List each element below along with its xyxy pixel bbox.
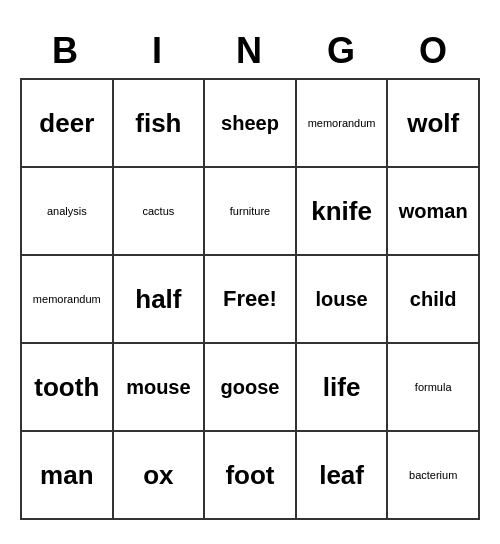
cell-text: sheep: [221, 112, 279, 135]
bingo-cell: half: [114, 256, 206, 344]
bingo-grid: deerfishsheepmemorandumwolfanalysiscactu…: [20, 78, 480, 520]
bingo-cell: knife: [297, 168, 389, 256]
cell-text: woman: [399, 200, 468, 223]
cell-text: mouse: [126, 376, 190, 399]
cell-text: man: [40, 460, 93, 491]
cell-text: fish: [135, 108, 181, 139]
bingo-header: BINGO: [20, 24, 480, 78]
bingo-cell: fish: [114, 80, 206, 168]
cell-text: memorandum: [33, 293, 101, 305]
cell-text: goose: [221, 376, 280, 399]
bingo-cell: Free!: [205, 256, 297, 344]
cell-text: louse: [315, 288, 367, 311]
bingo-cell: sheep: [205, 80, 297, 168]
bingo-cell: louse: [297, 256, 389, 344]
header-letter: O: [388, 24, 480, 78]
cell-text: formula: [415, 381, 452, 393]
cell-text: life: [323, 372, 361, 403]
cell-text: memorandum: [308, 117, 376, 129]
bingo-cell: goose: [205, 344, 297, 432]
cell-text: child: [410, 288, 457, 311]
bingo-cell: tooth: [22, 344, 114, 432]
bingo-cell: memorandum: [297, 80, 389, 168]
bingo-cell: mouse: [114, 344, 206, 432]
bingo-cell: woman: [388, 168, 480, 256]
bingo-cell: man: [22, 432, 114, 520]
cell-text: knife: [311, 196, 372, 227]
cell-text: Free!: [223, 286, 277, 312]
header-letter: I: [112, 24, 204, 78]
bingo-cell: child: [388, 256, 480, 344]
bingo-card: BINGO deerfishsheepmemorandumwolfanalysi…: [10, 14, 490, 530]
bingo-cell: formula: [388, 344, 480, 432]
bingo-cell: ox: [114, 432, 206, 520]
bingo-cell: memorandum: [22, 256, 114, 344]
bingo-cell: analysis: [22, 168, 114, 256]
cell-text: half: [135, 284, 181, 315]
bingo-cell: foot: [205, 432, 297, 520]
cell-text: cactus: [142, 205, 174, 217]
bingo-cell: bacterium: [388, 432, 480, 520]
cell-text: analysis: [47, 205, 87, 217]
bingo-cell: wolf: [388, 80, 480, 168]
header-letter: G: [296, 24, 388, 78]
header-letter: B: [20, 24, 112, 78]
cell-text: leaf: [319, 460, 364, 491]
bingo-cell: deer: [22, 80, 114, 168]
bingo-cell: furniture: [205, 168, 297, 256]
cell-text: foot: [225, 460, 274, 491]
cell-text: furniture: [230, 205, 270, 217]
header-letter: N: [204, 24, 296, 78]
bingo-cell: cactus: [114, 168, 206, 256]
bingo-cell: leaf: [297, 432, 389, 520]
bingo-cell: life: [297, 344, 389, 432]
cell-text: bacterium: [409, 469, 457, 481]
cell-text: wolf: [407, 108, 459, 139]
cell-text: deer: [39, 108, 94, 139]
cell-text: tooth: [34, 372, 99, 403]
cell-text: ox: [143, 460, 173, 491]
